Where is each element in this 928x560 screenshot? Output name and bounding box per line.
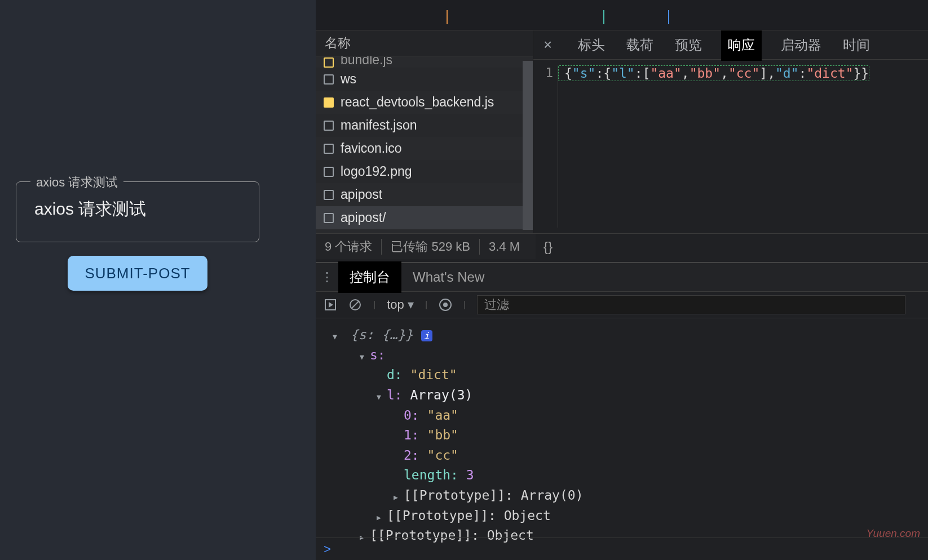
console-row[interactable]: length: 3: [333, 465, 911, 486]
request-row[interactable]: apipost/: [316, 206, 533, 229]
detail-tab[interactable]: 载荷: [624, 32, 656, 59]
svg-point-5: [443, 303, 448, 307]
detail-tabs: × 标头载荷预览响应启动器时间: [533, 30, 928, 60]
console-filter-input[interactable]: 过滤: [477, 295, 905, 314]
console-row[interactable]: {s: {…}} i: [333, 325, 911, 345]
status-count: 9 个请求: [316, 239, 382, 255]
request-list-header[interactable]: 名称: [316, 30, 533, 56]
detail-tab[interactable]: 时间: [841, 32, 872, 59]
console-toolbar: | top | | 过滤: [316, 291, 928, 318]
network-status-bar: 9 个请求 已传输 529 kB 3.4 M: [316, 233, 536, 259]
kebab-icon[interactable]: ⋮: [316, 270, 338, 285]
file-icon: [324, 144, 334, 154]
file-icon: [324, 97, 334, 108]
info-icon[interactable]: i: [421, 330, 432, 341]
scope-selector[interactable]: top: [387, 297, 414, 312]
timeline-mark: [668, 10, 669, 24]
request-row[interactable]: favicon.ico: [316, 137, 533, 160]
request-row[interactable]: ws: [316, 68, 533, 91]
console-row[interactable]: 2: "cc": [333, 446, 911, 466]
caret-right-icon[interactable]: [394, 486, 404, 506]
close-icon[interactable]: ×: [543, 36, 559, 54]
line-number: 1: [533, 65, 558, 228]
svg-marker-1: [329, 302, 333, 308]
detail-tab[interactable]: 启动器: [779, 32, 824, 59]
caret-right-icon[interactable]: [377, 506, 387, 526]
axios-fieldset: axios 请求测试 axios 请求测试: [16, 181, 259, 242]
console-row[interactable]: l: Array(3): [333, 385, 911, 406]
live-expression-icon[interactable]: [439, 298, 452, 312]
network-timeline[interactable]: [316, 0, 928, 30]
console-output[interactable]: {s: {…}} i s: d: "dict" l: Array(3) 0: "…: [316, 318, 928, 553]
request-list-panel: 名称 bundle.jswsreact_devtools_backend.jsm…: [316, 30, 533, 259]
request-name: favicon.ico: [341, 141, 402, 156]
response-body[interactable]: 1 {"s":{"l":["aa","bb","cc"],"d":"dict"}…: [533, 60, 928, 233]
console-row[interactable]: [[Prototype]]: Array(0): [333, 486, 911, 506]
response-json-line[interactable]: {"s":{"l":["aa","bb","cc"],"d":"dict"}}: [558, 65, 869, 81]
console-row[interactable]: d: "dict": [333, 365, 911, 385]
request-name: bundle.js: [341, 56, 392, 68]
file-icon: [324, 213, 334, 223]
status-transfer: 已传输 529 kB: [382, 239, 480, 255]
drawer-tabs: ⋮ 控制台 What's New: [316, 263, 928, 291]
request-name: ws: [341, 72, 356, 87]
detail-footer: {}: [533, 233, 928, 259]
request-items: bundle.jswsreact_devtools_backend.jsmani…: [316, 56, 533, 259]
request-name: manifest.json: [341, 118, 417, 133]
app-panel: axios 请求测试 axios 请求测试 SUBMIT-POST: [0, 0, 318, 560]
file-icon: [324, 74, 334, 85]
console-row[interactable]: 0: "aa": [333, 406, 911, 426]
caret-down-icon[interactable]: [333, 325, 343, 345]
request-row[interactable]: bundle.js: [316, 56, 533, 68]
request-row[interactable]: manifest.json: [316, 114, 533, 137]
file-icon: [324, 57, 334, 68]
tab-console[interactable]: 控制台: [338, 261, 401, 293]
fieldset-body-text: axios 请求测试: [34, 198, 146, 221]
detail-tab[interactable]: 响应: [721, 29, 762, 61]
timeline-mark: [447, 10, 448, 24]
network-main: 名称 bundle.jswsreact_devtools_backend.jsm…: [316, 30, 928, 259]
file-icon: [324, 121, 334, 131]
execution-context-icon[interactable]: [324, 298, 337, 312]
console-row[interactable]: [[Prototype]]: Object: [333, 506, 911, 526]
watermark: Yuuen.com: [867, 527, 920, 540]
request-scrollbar[interactable]: [523, 61, 533, 230]
console-row[interactable]: 1: "bb": [333, 425, 911, 446]
status-time: 3.4 M: [480, 239, 529, 255]
tab-whatsnew[interactable]: What's New: [401, 263, 496, 292]
request-name: logo192.png: [341, 164, 412, 179]
request-row[interactable]: react_devtools_backend.js: [316, 91, 533, 114]
console-prompt[interactable]: >: [316, 537, 928, 560]
submit-post-button[interactable]: SUBMIT-POST: [68, 256, 207, 291]
fieldset-legend: axios 请求测试: [30, 174, 123, 191]
timeline-mark: [603, 10, 604, 24]
clear-console-icon[interactable]: [348, 298, 362, 312]
detail-tab[interactable]: 预览: [673, 32, 704, 59]
response-detail-pane: × 标头载荷预览响应启动器时间 1 {"s":{"l":["aa","bb","…: [533, 30, 928, 259]
caret-down-icon[interactable]: [360, 345, 370, 366]
file-icon: [324, 167, 334, 177]
caret-down-icon[interactable]: [377, 385, 387, 406]
detail-tab[interactable]: 标头: [576, 32, 607, 59]
request-name: react_devtools_backend.js: [341, 95, 494, 110]
request-name: apipost/: [341, 210, 386, 225]
braces-icon[interactable]: {}: [543, 239, 553, 255]
svg-line-3: [352, 301, 359, 308]
file-icon: [324, 190, 334, 200]
request-row[interactable]: logo192.png: [316, 160, 533, 183]
console-row[interactable]: s:: [333, 345, 911, 366]
console-drawer: ⋮ 控制台 What's New | top | | 过滤 {s: {…}} i…: [316, 262, 928, 560]
request-row[interactable]: apipost: [316, 183, 533, 206]
request-name: apipost: [341, 187, 382, 202]
